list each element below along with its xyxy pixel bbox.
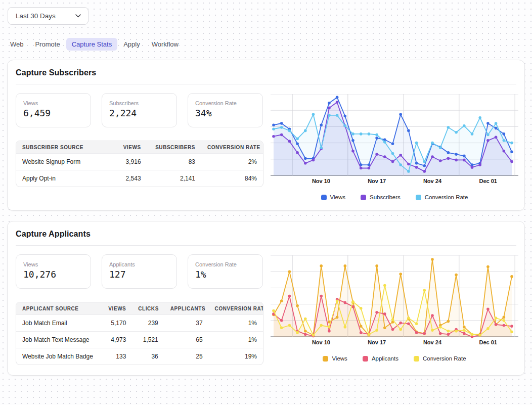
applicants-chart[interactable]: Nov 10Nov 17Nov 24Dec 01	[271, 255, 518, 347]
stat-subscribers: Subscribers2,224	[102, 93, 177, 127]
table-cell: Website Signup Form	[16, 154, 110, 170]
column-header: APPLICANT SOURCE	[16, 302, 100, 315]
table-cell: Apply Opt-in	[16, 170, 110, 187]
stat-value: 127	[109, 269, 169, 280]
legend-item-views: Views	[323, 355, 347, 362]
tab-capture-stats[interactable]: Capture Stats	[66, 38, 118, 51]
legend-label: Views	[330, 194, 345, 200]
stat-boxes: Views10,276Applicants127Conversion Rate1…	[16, 254, 263, 289]
chevron-down-icon	[75, 14, 81, 18]
table-cell: 3,916	[110, 154, 147, 170]
table-cell: 4,973	[100, 332, 132, 348]
tab-promote[interactable]: Promote	[30, 38, 66, 51]
stat-applicants: Applicants127	[102, 254, 177, 289]
legend-swatch	[321, 195, 327, 200]
stat-conversion-rate: Conversion Rate34%	[188, 93, 263, 127]
section-title: Capture Subscribers	[16, 68, 516, 77]
x-axis-tick-label: Dec 01	[479, 339, 497, 345]
tab-bar: WebPromoteCapture StatsApplyWorkflow	[5, 38, 525, 51]
legend-item-conversion-rate: Conversion Rate	[414, 355, 466, 362]
stat-label: Applicants	[109, 261, 169, 267]
table-row: Job Match Email5,170239371%	[16, 315, 263, 332]
stat-views: Views6,459	[16, 93, 91, 127]
data-table: APPLICANT SOURCEVIEWSCLICKSAPPLICANTSCON…	[16, 302, 263, 365]
column-header: CLICKS	[132, 302, 164, 315]
legend-item-applicants: Applicants	[363, 355, 398, 362]
table-cell: 1%	[209, 332, 263, 348]
chart-legend: ViewsSubscribersConversion Rate	[271, 194, 518, 200]
legend-swatch	[323, 356, 328, 362]
legend-label: Conversion Rate	[423, 355, 466, 362]
column-header: VIEWS	[110, 141, 147, 154]
legend-item-views: Views	[321, 194, 345, 200]
table-cell: Job Match Email	[16, 315, 100, 332]
subscriber-source-table: SUBSCRIBER SOURCEVIEWSSUBSCRIBERSCONVERS…	[16, 141, 263, 187]
stat-conversion-rate: Conversion Rate1%	[188, 254, 263, 289]
line-chart[interactable]: Nov 10Nov 17Nov 24Dec 01	[271, 94, 518, 184]
column-header: VIEWS	[100, 302, 132, 315]
table-cell: 2%	[201, 154, 263, 170]
column-header: APPLICANTS	[164, 302, 209, 315]
column-header: CONVERSION RATE	[201, 141, 263, 154]
stat-views: Views10,276	[16, 254, 91, 289]
legend-item-conversion-rate: Conversion Rate	[416, 194, 468, 200]
x-axis-tick-label: Nov 10	[312, 178, 330, 184]
legend-label: Views	[332, 355, 347, 362]
column-header: SUBSCRIBERS	[147, 141, 201, 154]
subscribers-chart[interactable]: Nov 10Nov 17Nov 24Dec 01	[271, 94, 518, 186]
table-header-row: SUBSCRIBER SOURCEVIEWSSUBSCRIBERSCONVERS…	[16, 141, 263, 154]
applicant-source-table: APPLICANT SOURCEVIEWSCLICKSAPPLICANTSCON…	[16, 302, 263, 365]
table-cell: 1,521	[132, 332, 164, 348]
table-cell: 2,141	[147, 170, 201, 187]
x-axis-tick-label: Nov 17	[368, 178, 386, 184]
table-cell: 19%	[209, 348, 263, 365]
stat-label: Views	[23, 261, 83, 267]
stat-boxes: Views6,459Subscribers2,224Conversion Rat…	[16, 93, 263, 127]
stat-label: Subscribers	[109, 100, 169, 106]
legend-label: Conversion Rate	[425, 194, 468, 200]
stat-label: Conversion Rate	[195, 100, 255, 106]
divider	[16, 84, 516, 84]
dashboard-page: Last 30 Days WebPromoteCapture StatsAppl…	[0, 0, 532, 384]
x-axis-tick-label: Nov 24	[423, 339, 442, 345]
tab-workflow[interactable]: Workflow	[146, 38, 184, 51]
legend-swatch	[416, 195, 421, 200]
stat-value: 2,224	[109, 108, 169, 118]
stat-value: 6,459	[23, 108, 83, 118]
table-cell: 83	[147, 154, 201, 170]
stat-value: 1%	[195, 269, 255, 280]
line-chart[interactable]: Nov 10Nov 17Nov 24Dec 01	[271, 255, 518, 345]
date-range-select[interactable]: Last 30 Days	[8, 7, 88, 25]
x-axis-tick-label: Nov 24	[423, 178, 442, 184]
stat-label: Conversion Rate	[195, 261, 255, 267]
table-cell: 239	[132, 315, 164, 332]
date-range-value: Last 30 Days	[16, 12, 56, 20]
table-cell: 1%	[209, 315, 263, 332]
data-table: SUBSCRIBER SOURCEVIEWSSUBSCRIBERSCONVERS…	[16, 141, 263, 187]
legend-label: Applicants	[372, 355, 398, 362]
table-cell: Website Job Match Badge	[16, 348, 100, 365]
table-cell: 133	[100, 348, 132, 365]
table-row: Website Job Match Badge133362519%	[16, 348, 263, 365]
table-cell: 36	[132, 348, 164, 365]
table-cell: 37	[164, 315, 209, 332]
tab-apply[interactable]: Apply	[118, 38, 146, 51]
table-row: Job Match Text Message4,9731,521651%	[16, 332, 263, 348]
legend-swatch	[363, 356, 368, 362]
legend-label: Subscribers	[370, 194, 401, 200]
capture-subscribers-card: Capture Subscribers Views6,459Subscriber…	[7, 60, 525, 211]
legend-swatch	[361, 195, 366, 200]
table-row: Website Signup Form3,916832%	[16, 154, 263, 170]
column-header: CONVERSION RATE	[209, 302, 263, 315]
legend-item-subscribers: Subscribers	[361, 194, 401, 200]
table-cell: 65	[164, 332, 209, 348]
column-header: SUBSCRIBER SOURCE	[16, 141, 110, 154]
table-cell: 84%	[201, 170, 263, 187]
capture-applicants-card: Capture Applicants Views10,276Applicants…	[7, 221, 525, 376]
tab-web[interactable]: Web	[5, 38, 29, 51]
chart-legend: ViewsApplicantsConversion Rate	[271, 355, 518, 362]
legend-swatch	[414, 356, 419, 362]
x-axis-tick-label: Nov 10	[312, 339, 330, 345]
table-row: Apply Opt-in2,5432,14184%	[16, 170, 263, 187]
divider	[16, 245, 516, 246]
